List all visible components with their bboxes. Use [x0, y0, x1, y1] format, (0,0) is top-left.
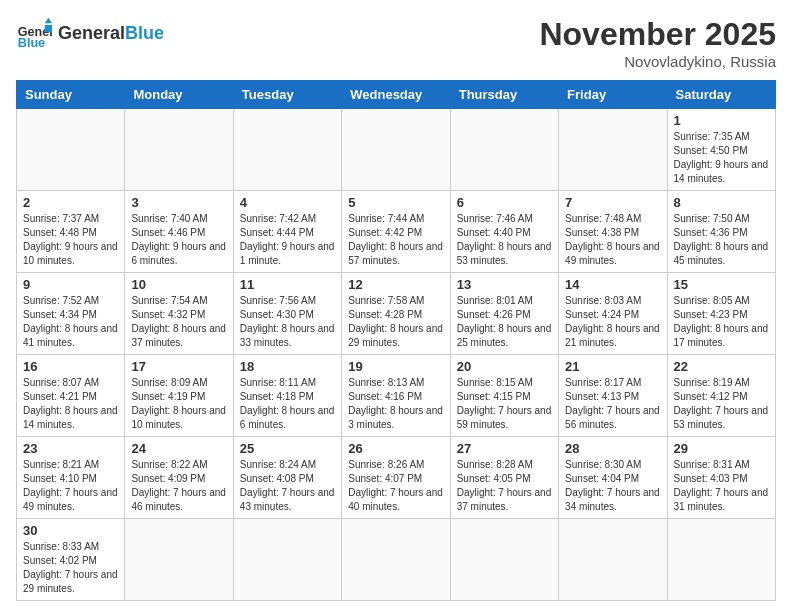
day-number: 27 [457, 441, 552, 456]
logo-text: GeneralBlue [58, 24, 164, 44]
day-info: Sunrise: 8:19 AM Sunset: 4:12 PM Dayligh… [674, 376, 769, 432]
day-info: Sunrise: 8:11 AM Sunset: 4:18 PM Dayligh… [240, 376, 335, 432]
day-info: Sunrise: 7:48 AM Sunset: 4:38 PM Dayligh… [565, 212, 660, 268]
calendar-day-cell: 12Sunrise: 7:58 AM Sunset: 4:28 PM Dayli… [342, 273, 450, 355]
calendar-day-cell: 19Sunrise: 8:13 AM Sunset: 4:16 PM Dayli… [342, 355, 450, 437]
day-number: 7 [565, 195, 660, 210]
calendar-day-cell: 24Sunrise: 8:22 AM Sunset: 4:09 PM Dayli… [125, 437, 233, 519]
logo: General Blue GeneralBlue [16, 16, 164, 52]
calendar-week-row: 23Sunrise: 8:21 AM Sunset: 4:10 PM Dayli… [17, 437, 776, 519]
calendar-day-cell: 23Sunrise: 8:21 AM Sunset: 4:10 PM Dayli… [17, 437, 125, 519]
day-number: 18 [240, 359, 335, 374]
calendar-day-cell: 9Sunrise: 7:52 AM Sunset: 4:34 PM Daylig… [17, 273, 125, 355]
day-info: Sunrise: 8:03 AM Sunset: 4:24 PM Dayligh… [565, 294, 660, 350]
calendar-day-cell: 22Sunrise: 8:19 AM Sunset: 4:12 PM Dayli… [667, 355, 775, 437]
calendar-day-cell: 20Sunrise: 8:15 AM Sunset: 4:15 PM Dayli… [450, 355, 558, 437]
calendar-day-cell: 17Sunrise: 8:09 AM Sunset: 4:19 PM Dayli… [125, 355, 233, 437]
day-number: 14 [565, 277, 660, 292]
day-number: 17 [131, 359, 226, 374]
day-number: 23 [23, 441, 118, 456]
calendar-week-row: 30Sunrise: 8:33 AM Sunset: 4:02 PM Dayli… [17, 519, 776, 601]
calendar-day-cell: 11Sunrise: 7:56 AM Sunset: 4:30 PM Dayli… [233, 273, 341, 355]
day-number: 26 [348, 441, 443, 456]
calendar-day-cell: 14Sunrise: 8:03 AM Sunset: 4:24 PM Dayli… [559, 273, 667, 355]
calendar-day-cell: 7Sunrise: 7:48 AM Sunset: 4:38 PM Daylig… [559, 191, 667, 273]
calendar-day-cell: 25Sunrise: 8:24 AM Sunset: 4:08 PM Dayli… [233, 437, 341, 519]
day-info: Sunrise: 7:40 AM Sunset: 4:46 PM Dayligh… [131, 212, 226, 268]
svg-marker-2 [45, 18, 52, 23]
calendar-day-cell [342, 519, 450, 601]
day-info: Sunrise: 8:09 AM Sunset: 4:19 PM Dayligh… [131, 376, 226, 432]
calendar-week-row: 16Sunrise: 8:07 AM Sunset: 4:21 PM Dayli… [17, 355, 776, 437]
logo-icon: General Blue [16, 16, 52, 52]
calendar-day-cell: 28Sunrise: 8:30 AM Sunset: 4:04 PM Dayli… [559, 437, 667, 519]
day-info: Sunrise: 8:15 AM Sunset: 4:15 PM Dayligh… [457, 376, 552, 432]
calendar-table: SundayMondayTuesdayWednesdayThursdayFrid… [16, 80, 776, 601]
day-info: Sunrise: 8:26 AM Sunset: 4:07 PM Dayligh… [348, 458, 443, 514]
day-info: Sunrise: 8:33 AM Sunset: 4:02 PM Dayligh… [23, 540, 118, 596]
day-info: Sunrise: 7:46 AM Sunset: 4:40 PM Dayligh… [457, 212, 552, 268]
day-info: Sunrise: 8:17 AM Sunset: 4:13 PM Dayligh… [565, 376, 660, 432]
calendar-day-cell: 5Sunrise: 7:44 AM Sunset: 4:42 PM Daylig… [342, 191, 450, 273]
calendar-header-row: SundayMondayTuesdayWednesdayThursdayFrid… [17, 81, 776, 109]
calendar-day-cell [559, 109, 667, 191]
calendar-day-cell [342, 109, 450, 191]
day-number: 21 [565, 359, 660, 374]
day-info: Sunrise: 8:05 AM Sunset: 4:23 PM Dayligh… [674, 294, 769, 350]
calendar-week-row: 2Sunrise: 7:37 AM Sunset: 4:48 PM Daylig… [17, 191, 776, 273]
title-block: November 2025 Novovladykino, Russia [539, 16, 776, 70]
day-number: 24 [131, 441, 226, 456]
col-header-thursday: Thursday [450, 81, 558, 109]
calendar-week-row: 1Sunrise: 7:35 AM Sunset: 4:50 PM Daylig… [17, 109, 776, 191]
day-info: Sunrise: 8:30 AM Sunset: 4:04 PM Dayligh… [565, 458, 660, 514]
day-number: 16 [23, 359, 118, 374]
calendar-day-cell [667, 519, 775, 601]
day-number: 20 [457, 359, 552, 374]
day-number: 6 [457, 195, 552, 210]
calendar-day-cell: 1Sunrise: 7:35 AM Sunset: 4:50 PM Daylig… [667, 109, 775, 191]
calendar-day-cell [450, 519, 558, 601]
day-info: Sunrise: 7:35 AM Sunset: 4:50 PM Dayligh… [674, 130, 769, 186]
svg-text:Blue: Blue [18, 36, 45, 50]
calendar-day-cell [559, 519, 667, 601]
calendar-day-cell: 21Sunrise: 8:17 AM Sunset: 4:13 PM Dayli… [559, 355, 667, 437]
col-header-wednesday: Wednesday [342, 81, 450, 109]
calendar-day-cell [125, 109, 233, 191]
day-info: Sunrise: 8:31 AM Sunset: 4:03 PM Dayligh… [674, 458, 769, 514]
col-header-tuesday: Tuesday [233, 81, 341, 109]
day-number: 9 [23, 277, 118, 292]
day-number: 13 [457, 277, 552, 292]
calendar-day-cell: 30Sunrise: 8:33 AM Sunset: 4:02 PM Dayli… [17, 519, 125, 601]
calendar-day-cell [233, 519, 341, 601]
day-info: Sunrise: 7:54 AM Sunset: 4:32 PM Dayligh… [131, 294, 226, 350]
calendar-day-cell: 29Sunrise: 8:31 AM Sunset: 4:03 PM Dayli… [667, 437, 775, 519]
day-number: 3 [131, 195, 226, 210]
day-number: 15 [674, 277, 769, 292]
calendar-day-cell [233, 109, 341, 191]
day-number: 29 [674, 441, 769, 456]
day-info: Sunrise: 7:42 AM Sunset: 4:44 PM Dayligh… [240, 212, 335, 268]
day-number: 22 [674, 359, 769, 374]
calendar-week-row: 9Sunrise: 7:52 AM Sunset: 4:34 PM Daylig… [17, 273, 776, 355]
calendar-day-cell: 13Sunrise: 8:01 AM Sunset: 4:26 PM Dayli… [450, 273, 558, 355]
day-number: 25 [240, 441, 335, 456]
day-info: Sunrise: 8:28 AM Sunset: 4:05 PM Dayligh… [457, 458, 552, 514]
calendar-day-cell: 8Sunrise: 7:50 AM Sunset: 4:36 PM Daylig… [667, 191, 775, 273]
day-info: Sunrise: 8:24 AM Sunset: 4:08 PM Dayligh… [240, 458, 335, 514]
day-info: Sunrise: 7:58 AM Sunset: 4:28 PM Dayligh… [348, 294, 443, 350]
day-info: Sunrise: 8:21 AM Sunset: 4:10 PM Dayligh… [23, 458, 118, 514]
calendar-day-cell [450, 109, 558, 191]
day-number: 12 [348, 277, 443, 292]
day-number: 28 [565, 441, 660, 456]
day-number: 8 [674, 195, 769, 210]
day-info: Sunrise: 7:52 AM Sunset: 4:34 PM Dayligh… [23, 294, 118, 350]
day-info: Sunrise: 7:50 AM Sunset: 4:36 PM Dayligh… [674, 212, 769, 268]
day-info: Sunrise: 7:44 AM Sunset: 4:42 PM Dayligh… [348, 212, 443, 268]
day-info: Sunrise: 8:22 AM Sunset: 4:09 PM Dayligh… [131, 458, 226, 514]
day-number: 1 [674, 113, 769, 128]
calendar-day-cell: 2Sunrise: 7:37 AM Sunset: 4:48 PM Daylig… [17, 191, 125, 273]
calendar-day-cell: 16Sunrise: 8:07 AM Sunset: 4:21 PM Dayli… [17, 355, 125, 437]
day-info: Sunrise: 7:37 AM Sunset: 4:48 PM Dayligh… [23, 212, 118, 268]
day-number: 4 [240, 195, 335, 210]
calendar-day-cell: 26Sunrise: 8:26 AM Sunset: 4:07 PM Dayli… [342, 437, 450, 519]
